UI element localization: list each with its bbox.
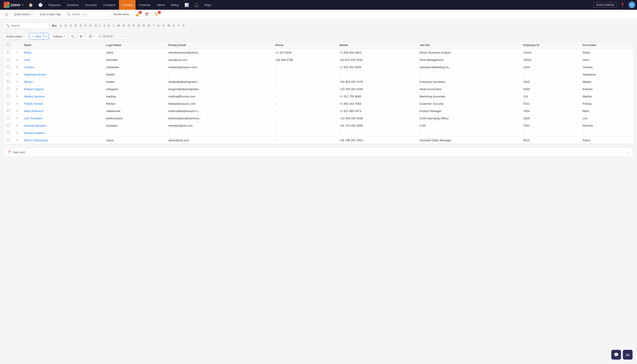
row-edit-cell[interactable]: ✎ [13,93,22,100]
col-header-empid[interactable]: Employee ID [521,42,580,49]
row-checkbox[interactable] [7,51,10,54]
new-record-dropdown-button[interactable]: ▼ [44,34,49,39]
alpha-btn-r[interactable]: R [142,23,146,28]
zorro-button[interactable]: Za [623,350,632,360]
table-search-bar[interactable]: 🔍 [4,22,49,28]
recent-items-button[interactable]: Recent Items [111,12,132,17]
row-edit-icon[interactable]: ✎ [16,88,18,91]
row-checkbox-cell[interactable] [4,122,13,129]
alpha-btn-n[interactable]: N [121,23,126,28]
alpha-btn-k[interactable]: K [107,23,111,28]
alpha-btn-m[interactable]: M [116,23,121,28]
row-checkbox-cell[interactable] [4,129,13,136]
alpha-btn-o[interactable]: O [127,23,131,28]
row-checkbox[interactable] [7,124,10,127]
nav-home-icon[interactable]: 🏠 [26,0,35,10]
search-view-button[interactable]: 🔍 [69,33,76,40]
zoho-creator-button[interactable]: Zoho Creator App [38,12,63,17]
row-edit-icon[interactable]: ✎ [16,102,18,106]
row-edit-cell[interactable]: ✎ [13,122,22,129]
app-logo[interactable]: ZOHO ▼ [2,2,26,8]
row-name[interactable]: Rahul Chakraborty [22,136,104,144]
col-header-mobile[interactable]: Mobile [337,42,417,49]
row-checkbox[interactable] [7,138,10,141]
row-checkbox-cell[interactable] [4,86,13,93]
row-edit-cell[interactable]: ✎ [13,64,22,71]
nav-item-maps[interactable]: Maps [202,0,214,10]
row-edit-icon[interactable]: ✎ [16,139,18,142]
row-checkbox-cell[interactable] [4,108,13,115]
row-edit-cell[interactable]: ✎ [13,71,22,78]
alpha-btn-j[interactable]: J [102,23,106,28]
row-edit-cell[interactable]: ✎ [13,56,22,64]
actions-dropdown-button[interactable]: Actions ▼ [51,34,68,40]
chat-button[interactable]: 💬 [611,350,621,360]
alpha-btn-p[interactable]: P [132,23,136,28]
row-name[interactable]: Lee Thompkin [22,115,104,122]
row-edit-cell[interactable]: ✎ [13,78,22,86]
user-avatar[interactable]: U [628,2,635,8]
nav-item-contracts[interactable]: Contracts [100,0,118,10]
row-edit-cell[interactable]: ✎ [13,115,22,122]
row-edit-icon[interactable]: ✎ [16,117,18,120]
notifications-button[interactable]: 🔔 1 [133,12,141,17]
top-search-bar[interactable]: 🔍 [65,12,109,17]
row-checkbox[interactable] [7,87,10,90]
nav-item-accounts[interactable]: Accounts [82,0,100,10]
row-edit-icon[interactable]: ✎ [16,73,18,76]
row-name[interactable]: Stephanie Brown [22,71,104,78]
alpha-btn-t[interactable]: T [152,23,156,28]
nav-item-billing[interactable]: Billing [168,0,181,10]
alpha-btn-q[interactable]: Q [137,23,141,28]
edit-toolbar-button[interactable]: ✏️ 1 [152,12,160,17]
row-name[interactable]: Martha Jackson [22,93,104,100]
row-checkbox-cell[interactable] [4,78,13,86]
nav-item-contacts[interactable]: Contacts [119,0,136,10]
row-name[interactable]: Stewart Hopkins [22,129,104,136]
row-checkbox[interactable] [7,109,10,112]
row-checkbox[interactable] [7,102,10,105]
col-header-job[interactable]: Job title [417,42,521,49]
row-edit-icon[interactable]: ✎ [16,110,18,113]
row-checkbox-cell[interactable] [4,115,13,122]
row-name[interactable]: Charles [22,64,104,71]
row-checkbox-cell[interactable] [4,64,13,71]
row-checkbox-cell[interactable] [4,93,13,100]
row-name[interactable]: Edward Nygma [22,86,104,93]
nav-analytics-icon[interactable]: 📊 [182,0,191,10]
alpha-btn-w[interactable]: W [166,23,171,28]
help-icon[interactable]: ❓ [618,0,627,10]
grid-view-button[interactable]: ⊞ [78,33,84,40]
row-edit-icon[interactable]: ✎ [16,124,18,127]
table-search-input[interactable] [11,24,46,27]
col-header-email[interactable]: Primary Email [166,42,273,49]
alpha-btn-b[interactable]: B [64,23,68,28]
row-checkbox[interactable] [7,116,10,119]
calendar-button[interactable]: 📅 [143,12,151,17]
pagination-prev-button[interactable]: ‹ [114,34,119,39]
row-edit-icon[interactable]: ✎ [16,80,18,84]
nav-item-products[interactable]: Products [137,0,153,10]
alpha-btn-h[interactable]: H [93,23,98,28]
row-edit-cell[interactable]: ✎ [13,86,22,93]
nav-item-admin[interactable]: Admin [154,0,168,10]
row-checkbox-cell[interactable] [4,71,13,78]
row-checkbox[interactable] [7,80,10,83]
row-checkbox[interactable] [7,131,10,134]
row-edit-icon[interactable]: ✎ [16,132,18,134]
alpha-btn-all[interactable]: ALL [51,23,58,28]
col-header-phone[interactable]: Phone [273,42,337,49]
row-checkbox[interactable] [7,58,10,61]
row-edit-icon[interactable]: ✎ [16,51,18,54]
row-checkbox-cell[interactable] [4,56,13,64]
active-users-filter-button[interactable]: Active Users ▼ [4,34,28,40]
alpha-btn-g[interactable]: G [88,23,93,28]
row-edit-icon[interactable]: ✎ [16,95,18,98]
quick-actions-button[interactable]: Quick Actions ▼ [12,12,36,17]
row-name[interactable]: Felicity Smoak [22,100,104,108]
new-record-main-button[interactable]: ＋ New [30,33,44,40]
row-edit-icon[interactable]: ✎ [16,66,18,69]
alpha-btn-d[interactable]: D [74,23,78,28]
pagination-next-button[interactable]: › [121,34,127,39]
row-name[interactable]: Mbaku [22,78,104,86]
